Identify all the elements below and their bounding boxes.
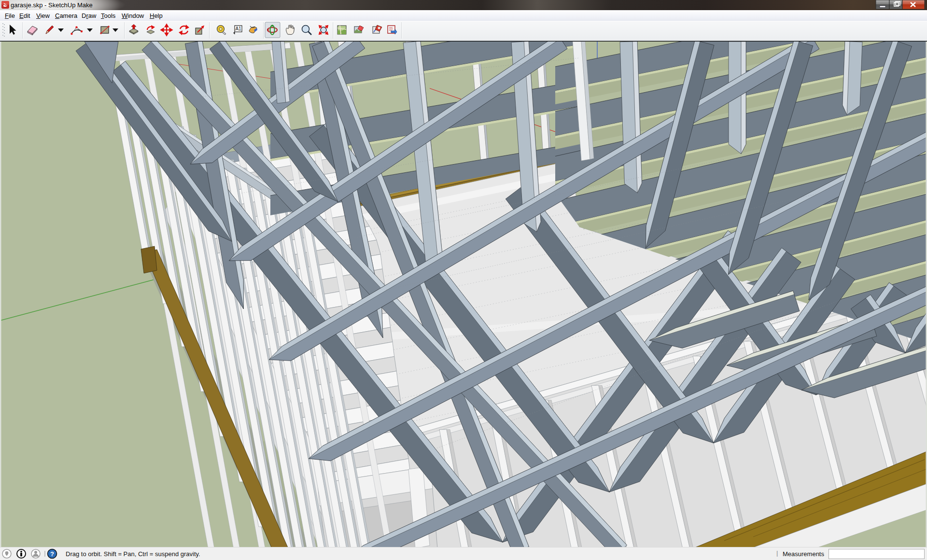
svg-text:A1: A1 bbox=[235, 26, 241, 31]
svg-text:?: ? bbox=[50, 550, 54, 558]
